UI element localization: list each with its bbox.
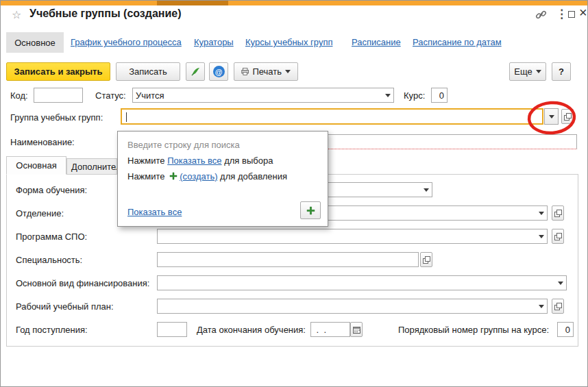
calendar-icon — [353, 326, 360, 334]
at-icon: @ — [213, 66, 225, 77]
group-label: Группа учебных групп: — [10, 112, 103, 123]
save-label: Записать — [129, 66, 167, 77]
maximize-icon[interactable] — [568, 11, 575, 18]
tab-main[interactable]: Основная — [6, 156, 66, 175]
nav-link-group-courses[interactable]: Курсы учебных групп — [245, 37, 332, 47]
open-icon — [554, 303, 562, 310]
dropdown-arrow-icon[interactable] — [535, 229, 547, 243]
save-and-close-button[interactable]: Записать и закрыть — [6, 62, 110, 81]
dropdown-arrow-icon — [549, 115, 554, 118]
end-date-calendar-button[interactable] — [350, 322, 363, 337]
save-and-close-label: Записать и закрыть — [14, 66, 103, 77]
form-window: ☆ Учебные группы (создание) ⋮ × Основное… — [0, 0, 588, 387]
group-number-input[interactable]: 0 — [557, 322, 574, 337]
tab-main-section-label: Основное — [14, 38, 56, 48]
show-all-link[interactable]: Показать все — [127, 207, 182, 217]
financing-select[interactable] — [157, 275, 567, 290]
group-number-label: Порядковый номер группы на курсе: — [398, 325, 549, 335]
get-link-icon[interactable] — [535, 9, 547, 23]
nav-link-curators[interactable]: Кураторы — [194, 37, 234, 47]
kebab-menu-icon[interactable]: ⋮ — [556, 7, 567, 21]
popup-hint-search: Введите строку для поиска — [127, 140, 240, 150]
open-icon — [554, 233, 562, 240]
dropdown-arrow-icon[interactable] — [535, 299, 547, 313]
more-button[interactable]: Еще — [509, 62, 546, 81]
add-icon — [306, 206, 315, 215]
sign-button[interactable] — [186, 62, 205, 81]
quill-icon — [191, 66, 201, 77]
dropdown-arrow-icon[interactable] — [382, 88, 393, 102]
close-icon[interactable]: × — [579, 5, 587, 21]
admission-year-label: Год поступления: — [16, 325, 88, 335]
chevron-down-icon — [536, 70, 541, 73]
dropdown-arrow-icon[interactable] — [420, 183, 432, 197]
status-select[interactable]: Учится — [132, 88, 394, 103]
department-choose-button[interactable] — [552, 205, 564, 221]
code-label: Код: — [10, 90, 28, 101]
nav-link-schedule-process[interactable]: График учебного процесса — [71, 37, 182, 47]
specialty-choose-button[interactable] — [420, 252, 432, 267]
chevron-down-icon — [285, 70, 291, 73]
tab-additional-label: Дополнительно — [71, 162, 117, 172]
popup-hint-show-all: Нажмите Показать все для выбора — [127, 155, 273, 166]
course-label: Курс: — [404, 90, 425, 101]
end-date-label: Дата окончания обучения: — [197, 325, 306, 335]
curriculum-select[interactable] — [157, 299, 548, 314]
nav-link-timetable[interactable]: Расписание — [352, 37, 401, 47]
program-choose-button[interactable] — [552, 229, 564, 244]
print-label: Печать — [252, 66, 282, 77]
open-icon — [564, 113, 572, 121]
add-icon — [169, 172, 177, 180]
chain-icon — [535, 9, 547, 21]
show-all-inline-link[interactable]: Показать все — [167, 155, 221, 166]
printer-icon — [241, 67, 249, 76]
program-select[interactable] — [157, 229, 548, 244]
curriculum-label: Рабочий учебный план: — [16, 301, 114, 312]
dropdown-arrow-icon[interactable] — [554, 276, 566, 290]
admission-year-input[interactable] — [157, 322, 187, 337]
create-inline-link[interactable]: (создать) — [180, 171, 217, 182]
top-strip-active-section — [157, 1, 228, 5]
popup-hint-create: Нажмите (создать) для добавления — [127, 171, 287, 182]
more-label: Еще — [514, 66, 532, 77]
group-field[interactable] — [121, 108, 543, 125]
group-choose-button[interactable] — [561, 109, 574, 124]
open-icon — [423, 256, 430, 264]
help-label: ? — [559, 66, 564, 77]
top-orange-strip — [1, 1, 587, 5]
curriculum-choose-button[interactable] — [552, 299, 564, 314]
save-button[interactable]: Записать — [116, 62, 180, 81]
favorite-star-icon[interactable]: ☆ — [12, 8, 21, 21]
print-button[interactable]: Печать — [234, 62, 298, 81]
dropdown-popup: Введите строку для поиска Нажмите Показа… — [117, 131, 328, 227]
course-input[interactable]: 0 — [431, 88, 448, 103]
email-button[interactable]: @ — [209, 62, 228, 81]
nav-link-timetable-by-dates[interactable]: Расписание по датам — [413, 37, 502, 47]
specialty-label: Специальность: — [16, 255, 82, 265]
dropdown-arrow-icon[interactable] — [535, 206, 547, 220]
edu-form-label: Форма обучения: — [16, 185, 87, 195]
code-input[interactable] — [34, 88, 83, 103]
tab-main-section[interactable]: Основное — [6, 32, 64, 53]
name-label: Наименование: — [10, 137, 75, 147]
page-title: Учебные группы (создание) — [29, 8, 182, 20]
help-button[interactable]: ? — [552, 62, 571, 81]
create-new-button[interactable] — [300, 201, 321, 219]
group-dropdown-button[interactable] — [544, 108, 559, 125]
text-caret — [126, 112, 127, 122]
tab-main-label: Основная — [16, 160, 56, 171]
program-label: Программа СПО: — [16, 232, 87, 242]
open-icon — [554, 210, 562, 217]
financing-label: Основной вид финансирования: — [16, 278, 149, 288]
end-date-input[interactable]: . . — [310, 322, 350, 337]
specialty-input[interactable] — [157, 252, 419, 267]
status-label: Статус: — [95, 90, 126, 101]
department-label: Отделение: — [16, 208, 64, 219]
tab-additional[interactable]: Дополнительно — [66, 158, 117, 175]
